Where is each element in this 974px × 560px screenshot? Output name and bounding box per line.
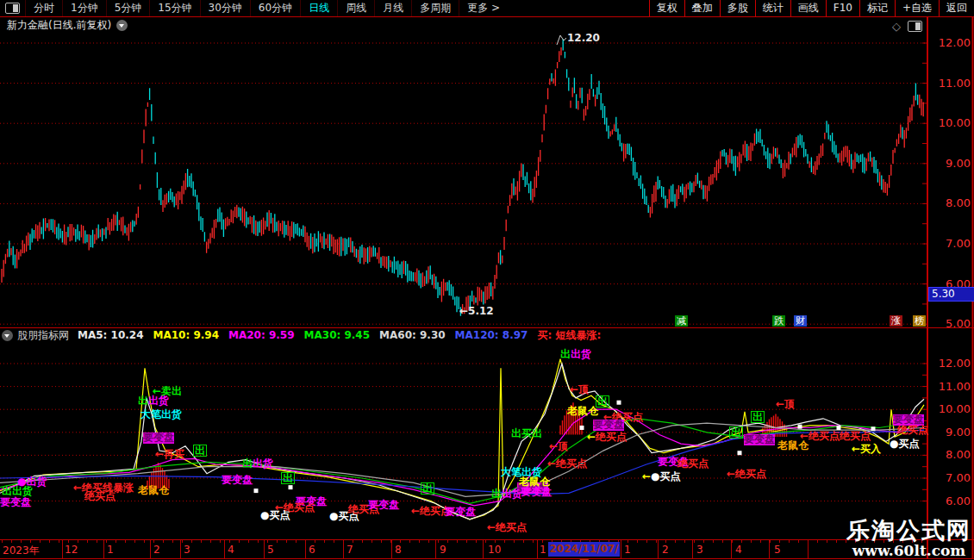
- x-axis-tick: [11, 540, 12, 543]
- x-axis-tick: [741, 540, 742, 543]
- period-tab-多周期[interactable]: 多周期: [411, 0, 459, 16]
- indicator-name: 股朋指标网: [17, 328, 69, 343]
- annotation: 要变盘: [0, 497, 31, 508]
- period-tab-月线[interactable]: 月线: [374, 0, 411, 16]
- x-axis-separator: [435, 540, 436, 558]
- x-axis-tick: [277, 540, 278, 543]
- annotation-text: 要变盘: [222, 474, 253, 486]
- chart-canvas[interactable]: [0, 0, 974, 560]
- period-tab-15分钟[interactable]: 15分钟: [149, 0, 199, 16]
- x-axis-separator: [150, 540, 151, 558]
- period-tab-5分钟[interactable]: 5分钟: [106, 0, 150, 16]
- toolbar-button-多股[interactable]: 多股: [720, 0, 755, 16]
- diamond-icon[interactable]: ◇: [892, 20, 901, 33]
- x-axis-tick: [808, 540, 809, 543]
- annotation: ←●买点: [642, 471, 681, 482]
- event-badge[interactable]: 涨: [890, 315, 902, 327]
- annotation: 要变盘: [593, 420, 624, 431]
- toolbar-button-标记[interactable]: 标记: [859, 0, 895, 16]
- window-layout-icon[interactable]: [5, 3, 20, 14]
- event-badge[interactable]: 财: [794, 315, 807, 327]
- ma-value: MA60: 9.30: [379, 329, 446, 341]
- annotation: ←绝买点: [727, 469, 766, 480]
- x-axis-separator: [731, 540, 732, 558]
- x-axis-tick: [334, 540, 334, 543]
- toolbar-button-返回[interactable]: 返回: [939, 0, 974, 16]
- x-axis-tick: [646, 540, 647, 543]
- x-axis-tick: [694, 540, 695, 543]
- x-axis-tick: [760, 540, 761, 543]
- x-axis-separator: [391, 540, 392, 558]
- x-axis-label: 2: [662, 544, 669, 556]
- period-tab-1分钟[interactable]: 1分钟: [62, 0, 106, 16]
- period-tab-周线[interactable]: 周线: [337, 0, 374, 16]
- x-axis-tick: [665, 540, 666, 543]
- period-tab-日线[interactable]: 日线: [300, 0, 337, 16]
- x-axis-tick: [400, 540, 401, 543]
- period-tab-60分钟[interactable]: 60分钟: [250, 0, 300, 16]
- x-axis-tick: [258, 540, 259, 543]
- annotation-text: 出货: [148, 395, 169, 407]
- x-axis-tick: [2, 540, 3, 543]
- annotation-text: 出: [597, 395, 608, 408]
- y-axis-label: 12.00: [931, 36, 971, 49]
- x-axis-tick: [684, 540, 685, 543]
- x-axis-tick: [390, 540, 391, 543]
- x-axis-label: 1: [624, 544, 631, 556]
- annotation: 出: [193, 445, 207, 457]
- annotation-text: 要变盘: [744, 433, 775, 445]
- x-axis-tick: [466, 540, 467, 543]
- x-axis-tick: [798, 540, 799, 543]
- annotation-text: ●买点: [890, 438, 919, 450]
- collapse-icon[interactable]: [2, 330, 13, 341]
- event-badge[interactable]: 减: [675, 315, 688, 327]
- toolbar-button-统计[interactable]: 统计: [755, 0, 790, 16]
- x-axis-label: 1: [107, 544, 114, 556]
- x-axis-separator: [305, 540, 306, 558]
- annotation-text: ←绝买点: [727, 468, 766, 480]
- ma-value: MA10: 9.94: [153, 329, 220, 341]
- x-axis-label: 3: [184, 544, 190, 556]
- y-axis-label: 10.00: [931, 402, 971, 415]
- annotation: 出: [751, 411, 765, 423]
- period-tab-30分钟[interactable]: 30分钟: [200, 0, 250, 16]
- annotation-text: 绝买点: [897, 424, 928, 436]
- annotation-text: ←顶: [776, 398, 795, 410]
- annotation: ←买入: [852, 444, 881, 455]
- ma-value: MA30: 9.45: [304, 329, 371, 341]
- y-axis-label: 9.00: [931, 157, 971, 170]
- event-badge[interactable]: 跌: [772, 315, 785, 327]
- annotation: ←绝买点绝买点: [800, 431, 871, 442]
- x-axis-tick: [191, 540, 192, 543]
- annotation: ←绝买点: [547, 458, 587, 470]
- x-axis-tick: [438, 540, 439, 543]
- annotation-text: ←绝买点: [547, 457, 587, 470]
- split-window-icon[interactable]: [908, 21, 922, 32]
- x-axis-separator: [343, 540, 344, 558]
- x-axis-tick: [239, 540, 240, 543]
- annotation-text: 老鼠仓: [567, 405, 598, 417]
- annotation: 老鼠仓: [138, 485, 169, 496]
- toolbar-button-复权[interactable]: 复权: [649, 0, 684, 16]
- x-axis-separator: [537, 540, 538, 558]
- toolbar-button-叠加[interactable]: 叠加: [684, 0, 720, 16]
- event-badge[interactable]: 榜: [913, 315, 926, 327]
- x-axis-tick: [533, 540, 534, 543]
- annotation-text: 老鼠仓: [138, 484, 169, 496]
- toolbar-button-F10[interactable]: F10: [826, 0, 859, 16]
- period-tab-更多 >[interactable]: 更多 >: [459, 0, 508, 16]
- y-axis-label: 6.00: [931, 495, 971, 507]
- toolbar-button-+自选[interactable]: +自选: [895, 0, 939, 16]
- period-tab-分时[interactable]: 分时: [25, 0, 62, 16]
- annotation: 要变盘: [521, 487, 552, 498]
- toolbar-button-画线[interactable]: 画线: [790, 0, 826, 16]
- x-axis-separator: [224, 540, 225, 558]
- x-axis-tick: [286, 540, 287, 543]
- ma-value: MA20: 9.59: [228, 329, 295, 341]
- chevron-down-icon[interactable]: [116, 20, 128, 31]
- y-axis-label: 7.00: [931, 237, 971, 250]
- x-axis-separator: [180, 540, 181, 558]
- annotation: 要变盘: [143, 432, 174, 444]
- x-axis-tick: [627, 540, 628, 543]
- annotation-text: 要变盘: [593, 419, 624, 431]
